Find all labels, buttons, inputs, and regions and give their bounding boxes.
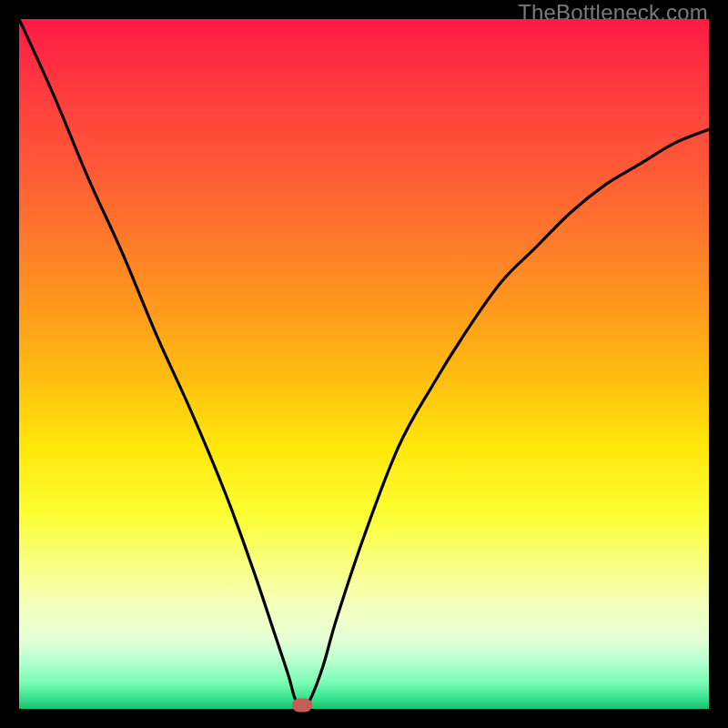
plot-area (19, 19, 709, 709)
chart-frame: TheBottleneck.com (0, 0, 728, 728)
bottleneck-curve (19, 19, 709, 709)
minimum-marker (292, 699, 312, 713)
